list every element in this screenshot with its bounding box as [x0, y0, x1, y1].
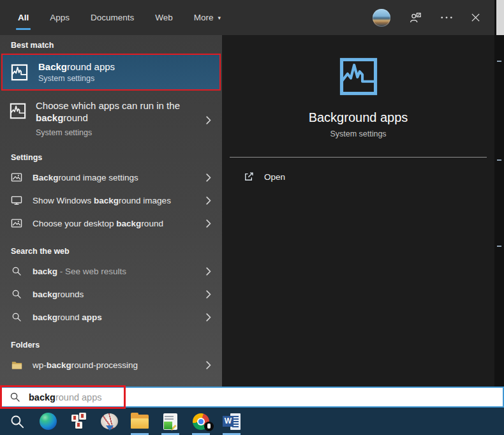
user-avatar[interactable] [373, 9, 390, 27]
tab-all[interactable]: All [18, 0, 29, 35]
result-title: Choose which apps can run in the backgro… [36, 100, 196, 124]
taskbar-edge-button[interactable] [33, 408, 63, 435]
tab-documents[interactable]: Documents [91, 0, 134, 35]
taskbar-file-explorer-button[interactable] [124, 408, 155, 435]
result-title: Background apps [38, 61, 115, 72]
chevron-right-icon [206, 116, 211, 124]
chevron-down-icon: ▾ [218, 15, 221, 21]
taskbar-word-button[interactable]: W [216, 408, 247, 435]
web-result-background-apps[interactable]: background apps [0, 306, 222, 328]
preview-title: Background apps [222, 110, 494, 125]
monitor-icon [11, 195, 22, 206]
close-icon[interactable] [471, 13, 480, 22]
result-show-windows-background-images[interactable]: Show Windows background images [0, 189, 222, 212]
filter-tabs: All Apps Documents Web More ▾ [18, 0, 242, 35]
open-action[interactable]: Open [222, 167, 494, 186]
tab-all-label: All [18, 13, 29, 22]
result-subtitle: System settings [36, 128, 196, 137]
taskbar-search-input[interactable]: background apps [0, 387, 504, 408]
preview-hero: Background apps System settings [222, 35, 494, 138]
open-label: Open [264, 172, 285, 182]
folder-result-wp-background-processing[interactable]: wp-background-processing [0, 353, 222, 376]
chevron-right-icon [206, 219, 211, 228]
chevron-right-icon [206, 196, 211, 205]
chevron-right-icon [206, 361, 211, 369]
result-background-apps[interactable]: Background apps System settings [1, 54, 221, 91]
search-icon [11, 266, 22, 276]
picture-icon [11, 172, 22, 183]
divider [230, 157, 487, 158]
section-header-folders: Folders [0, 335, 222, 353]
tab-documents-label: Documents [91, 13, 134, 22]
result-title: backg - See web results [33, 267, 126, 276]
background-apps-pulse-icon-large [339, 57, 378, 96]
search-results-panel: Best match Background apps System settin… [0, 35, 222, 387]
search-icon [11, 312, 22, 322]
chevron-right-icon [206, 267, 211, 276]
result-title: Choose your desktop background [33, 219, 163, 228]
result-choose-your-desktop-background[interactable]: Choose your desktop background [0, 212, 222, 235]
section-header-best-match: Best match [0, 35, 222, 54]
chevron-right-icon [206, 173, 211, 182]
edge-icon [40, 413, 57, 430]
search-autocomplete-text: round apps [56, 392, 102, 402]
result-background-image-settings[interactable]: Background image settings [0, 166, 222, 189]
picture-icon [11, 218, 22, 229]
chevron-right-icon [206, 313, 211, 321]
web-result-backgrounds[interactable]: backgrounds [0, 283, 222, 306]
background-apps-pulse-icon [10, 103, 26, 137]
tab-web-label: Web [155, 13, 173, 22]
notes-app-icon [163, 413, 177, 430]
search-filter-bar: All Apps Documents Web More ▾ [0, 0, 494, 35]
search-icon [10, 392, 20, 402]
chevron-right-icon [206, 290, 211, 299]
result-title: Background image settings [33, 173, 138, 182]
background-apps-pulse-icon [11, 64, 28, 81]
more-options-icon[interactable] [440, 16, 453, 19]
feedback-icon[interactable] [408, 11, 422, 25]
shell-app-icon [101, 413, 118, 429]
result-title: background apps [33, 313, 102, 322]
tab-more[interactable]: More ▾ [194, 0, 221, 35]
taskbar-tile-app-button[interactable] [63, 408, 94, 435]
tab-web[interactable]: Web [155, 0, 173, 35]
preview-panel: Background apps System settings Open [222, 35, 494, 387]
result-title: wp-background-processing [33, 360, 138, 370]
section-header-settings: Settings [0, 147, 222, 166]
file-explorer-icon [131, 415, 149, 429]
search-icon [10, 414, 25, 429]
tab-apps[interactable]: Apps [50, 0, 70, 35]
folder-icon [11, 360, 22, 370]
result-title: Show Windows background images [33, 196, 171, 205]
tile-app-icon [70, 413, 87, 430]
search-typed-text: backg [29, 392, 56, 402]
result-title: backgrounds [33, 290, 84, 299]
open-external-icon [243, 171, 255, 182]
desktop-behind-overlay [494, 0, 504, 408]
taskbar-shell-app-button[interactable] [94, 408, 124, 435]
result-choose-apps-background[interactable]: Choose which apps can run in the backgro… [0, 96, 222, 141]
search-icon [11, 289, 22, 299]
section-header-search-the-web: Search the web [0, 241, 222, 260]
taskbar-search-button[interactable] [2, 408, 33, 435]
taskbar: W [0, 408, 504, 435]
preview-subtitle: System settings [222, 129, 494, 138]
chrome-profile-badge [204, 422, 214, 431]
desktop-window-edge [496, 0, 504, 35]
web-result-backg[interactable]: backg - See web results [0, 260, 222, 283]
tab-more-label: More [194, 13, 214, 22]
word-icon: W [223, 413, 241, 430]
result-subtitle: System settings [38, 74, 115, 83]
taskbar-notes-app-button[interactable] [155, 408, 186, 435]
tab-apps-label: Apps [50, 13, 70, 22]
taskbar-chrome-button[interactable] [186, 408, 216, 435]
